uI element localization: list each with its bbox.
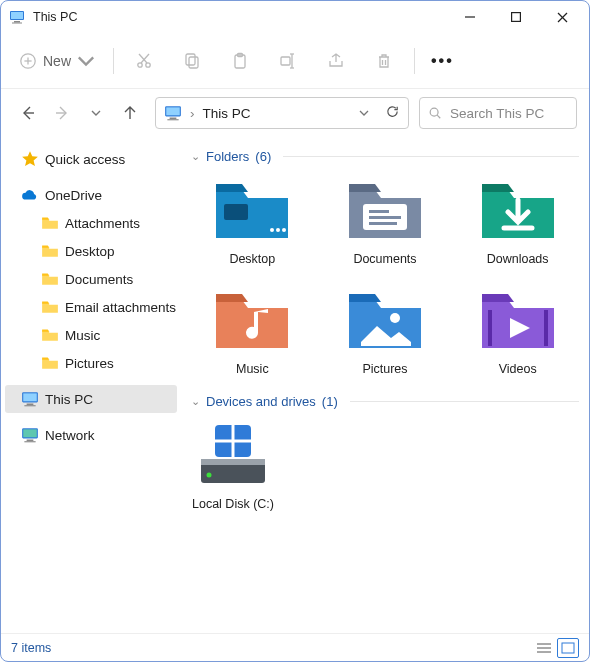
cut-button[interactable] (126, 43, 162, 79)
folder-pictures[interactable]: Pictures (324, 284, 447, 376)
refresh-button[interactable] (385, 104, 400, 122)
more-button[interactable]: ••• (431, 52, 454, 70)
back-button[interactable] (13, 98, 43, 128)
group-header-drives[interactable]: ⌄ Devices and drives (1) (191, 394, 579, 409)
sidebar-item-email-attachments[interactable]: Email attachments (1, 293, 181, 321)
up-button[interactable] (115, 98, 145, 128)
folder-desktop[interactable]: Desktop (191, 174, 314, 266)
sidebar-item-onedrive[interactable]: OneDrive (1, 181, 181, 209)
svg-rect-16 (189, 57, 198, 68)
recent-locations-button[interactable] (81, 98, 111, 128)
clipboard-icon (230, 51, 250, 71)
svg-rect-45 (369, 216, 401, 219)
sidebar-item-label: Attachments (65, 216, 140, 231)
drive-local-disk-c[interactable]: Local Disk (C:) (191, 419, 275, 511)
sidebar-item-label: Quick access (45, 152, 125, 167)
svg-rect-33 (27, 404, 34, 406)
file-explorer-window: This PC New ••• › This PC (0, 0, 590, 662)
paste-button[interactable] (222, 43, 258, 79)
sidebar-item-this-pc[interactable]: This PC (5, 385, 177, 413)
svg-rect-15 (186, 54, 195, 65)
sidebar-item-documents[interactable]: Documents (1, 265, 181, 293)
new-button[interactable]: New (13, 48, 101, 74)
svg-rect-48 (488, 310, 492, 346)
folder-documents[interactable]: Documents (324, 174, 447, 266)
sidebar-item-pictures[interactable]: Pictures (1, 349, 181, 377)
downloads-folder-icon (476, 174, 560, 244)
sidebar-item-label: OneDrive (45, 188, 102, 203)
sidebar-item-desktop[interactable]: Desktop (1, 237, 181, 265)
address-bar[interactable]: › This PC (155, 97, 409, 129)
svg-rect-37 (27, 440, 34, 442)
drives-grid: Local Disk (C:) (191, 419, 579, 511)
chevron-right-icon: › (190, 106, 195, 121)
search-icon (428, 106, 442, 120)
status-item-count: 7 items (11, 641, 51, 655)
group-header-folders[interactable]: ⌄ Folders (6) (191, 149, 579, 164)
this-pc-icon (164, 104, 182, 122)
svg-point-41 (276, 228, 280, 232)
svg-point-29 (430, 108, 438, 116)
music-folder-icon (210, 284, 294, 354)
folder-icon (41, 354, 59, 372)
details-view-button[interactable] (533, 638, 555, 658)
svg-rect-32 (23, 393, 37, 401)
desktop-folder-icon (210, 174, 294, 244)
svg-point-40 (270, 228, 274, 232)
maximize-button[interactable] (493, 1, 539, 33)
content-body: Quick access OneDrive Attachments Deskto… (1, 137, 589, 633)
main-pane: ⌄ Folders (6) Desktop Documents Download… (181, 137, 589, 633)
svg-line-30 (437, 115, 440, 118)
folder-videos[interactable]: Videos (456, 284, 579, 376)
svg-rect-46 (369, 222, 397, 225)
tile-label: Pictures (362, 362, 407, 376)
tile-label: Videos (499, 362, 537, 376)
pictures-folder-icon (343, 284, 427, 354)
tile-label: Music (236, 362, 269, 376)
svg-rect-44 (369, 210, 389, 213)
sidebar-item-label: Documents (65, 272, 133, 287)
rename-button[interactable] (270, 43, 306, 79)
svg-rect-49 (544, 310, 548, 346)
folder-downloads[interactable]: Downloads (456, 174, 579, 266)
svg-rect-34 (24, 405, 35, 406)
svg-rect-59 (562, 643, 574, 653)
address-dropdown-button[interactable] (359, 106, 369, 121)
sidebar-item-music[interactable]: Music (1, 321, 181, 349)
trash-icon (374, 51, 394, 71)
sidebar-item-attachments[interactable]: Attachments (1, 209, 181, 237)
search-box[interactable]: Search This PC (419, 97, 577, 129)
svg-rect-36 (23, 429, 37, 437)
folder-icon (41, 298, 59, 316)
sidebar-item-network[interactable]: Network (1, 421, 181, 449)
group-label: Folders (206, 149, 249, 164)
new-button-label: New (43, 53, 71, 69)
toolbar-separator (414, 48, 415, 74)
folder-music[interactable]: Music (191, 284, 314, 376)
delete-button[interactable] (366, 43, 402, 79)
minimize-button[interactable] (447, 1, 493, 33)
forward-button[interactable] (47, 98, 77, 128)
large-icons-view-button[interactable] (557, 638, 579, 658)
address-segment[interactable]: This PC (203, 106, 251, 121)
chevron-down-icon (77, 52, 95, 70)
toolbar-separator (113, 48, 114, 74)
svg-rect-38 (24, 441, 35, 442)
scissors-icon (134, 51, 154, 71)
command-bar: New ••• (1, 33, 589, 89)
close-button[interactable] (539, 1, 585, 33)
this-pc-icon (21, 390, 39, 408)
copy-button[interactable] (174, 43, 210, 79)
svg-rect-1 (11, 12, 23, 19)
copy-icon (182, 51, 202, 71)
svg-point-11 (138, 62, 142, 66)
sidebar-item-label: Email attachments (65, 300, 176, 315)
sidebar-item-label: This PC (45, 392, 93, 407)
share-button[interactable] (318, 43, 354, 79)
svg-rect-51 (201, 459, 265, 465)
search-placeholder: Search This PC (450, 106, 544, 121)
group-count: (6) (255, 149, 271, 164)
folder-icon (41, 214, 59, 232)
sidebar-item-quick-access[interactable]: Quick access (1, 145, 181, 173)
network-icon (21, 426, 39, 444)
